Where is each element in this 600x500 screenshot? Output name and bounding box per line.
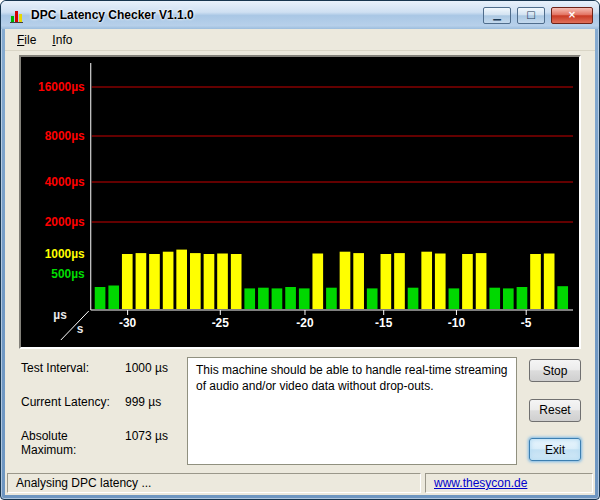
latency-bar (544, 254, 555, 310)
y-axis-label: 16000µs (38, 80, 85, 94)
latency-bar (108, 286, 119, 310)
stats-column: Test Interval: 1000 µs Current Latency: … (13, 357, 175, 465)
latency-chart: 16000µs8000µs4000µs2000µs1000µs500µsµss-… (19, 55, 581, 349)
stop-button[interactable]: Stop (529, 359, 581, 382)
latency-bar (176, 250, 187, 309)
latency-bar (449, 288, 460, 309)
status-bar: Analysing DPC latency ... www.thesycon.d… (5, 471, 595, 495)
x-axis-label: -5 (521, 316, 532, 330)
y-axis-label: 500µs (51, 267, 85, 281)
latency-bar (272, 288, 283, 309)
latency-bar (530, 254, 541, 309)
latency-bar (163, 252, 174, 309)
info-panel: Test Interval: 1000 µs Current Latency: … (13, 357, 581, 465)
test-interval-value: 1000 µs (125, 361, 168, 375)
client-area: File Info 16000µs8000µs4000µs2000µs1000µ… (5, 29, 595, 495)
test-interval-label: Test Interval: (21, 361, 125, 375)
latency-bar (136, 253, 147, 309)
reset-button[interactable]: Reset (529, 399, 581, 422)
latency-bar (258, 288, 269, 309)
latency-bar (462, 254, 473, 309)
x-axis-label: -10 (448, 316, 466, 330)
chart-plot-area: 16000µs8000µs4000µs2000µs1000µs500µsµss-… (21, 57, 579, 347)
latency-bar (421, 252, 432, 309)
latency-bar (394, 253, 405, 309)
title-bar: DPC Latency Checker V1.1.0 ▁ □ × (1, 1, 599, 29)
status-link-cell: www.thesycon.de (425, 473, 593, 493)
x-axis-label: -25 (212, 316, 230, 330)
y-axis-label: 1000µs (45, 247, 85, 261)
y-axis-label: 4000µs (45, 175, 85, 189)
latency-bar (122, 254, 133, 309)
y-axis-label: 8000µs (45, 129, 85, 143)
latency-bar (353, 253, 364, 309)
x-axis-label: -20 (296, 316, 314, 330)
latency-bar (149, 254, 160, 309)
menu-info[interactable]: Info (44, 31, 80, 49)
latency-bar (190, 253, 201, 309)
latency-bar (517, 287, 528, 309)
result-message-box: This machine should be able to handle re… (187, 357, 517, 465)
latency-bar (217, 254, 228, 310)
minimize-button[interactable]: ▁ (483, 7, 511, 24)
latency-bar (299, 288, 310, 309)
latency-bar (408, 288, 419, 309)
latency-bar (503, 288, 514, 309)
chart-canvas: 16000µs8000µs4000µs2000µs1000µs500µsµss-… (21, 57, 579, 347)
close-button[interactable]: × (551, 7, 593, 24)
menu-bar: File Info (5, 29, 595, 51)
absolute-maximum-value: 1073 µs (125, 429, 168, 457)
latency-bar (231, 254, 242, 309)
maximize-button[interactable]: □ (517, 7, 545, 24)
thesycon-link[interactable]: www.thesycon.de (434, 476, 527, 490)
y-axis-unit: µs (53, 308, 67, 322)
button-column: Stop Reset Exit (529, 357, 581, 465)
latency-bar (489, 288, 500, 309)
x-axis-label: -15 (375, 316, 393, 330)
stat-test-interval: Test Interval: 1000 µs (21, 361, 175, 375)
latency-bar (204, 254, 215, 309)
stat-current-latency: Current Latency: 999 µs (21, 395, 175, 409)
latency-bar (244, 288, 255, 309)
latency-bar (285, 287, 296, 309)
status-message-cell: Analysing DPC latency ... (7, 473, 421, 493)
latency-bar (367, 288, 378, 309)
exit-button[interactable]: Exit (529, 438, 581, 461)
app-icon (10, 8, 25, 23)
latency-bar (381, 254, 392, 309)
latency-bar (312, 254, 323, 310)
latency-bar (435, 254, 446, 310)
absolute-maximum-label: Absolute Maximum: (21, 429, 125, 457)
current-latency-label: Current Latency: (21, 395, 125, 409)
x-axis-label: -30 (119, 316, 137, 330)
latency-bar (326, 288, 337, 309)
current-latency-value: 999 µs (125, 395, 161, 409)
y-axis-label: 2000µs (45, 215, 85, 229)
x-axis-unit: s (77, 322, 84, 336)
status-text: Analysing DPC latency ... (16, 476, 151, 490)
latency-bar (95, 287, 106, 309)
menu-file[interactable]: File (9, 31, 44, 49)
app-window: DPC Latency Checker V1.1.0 ▁ □ × File In… (0, 0, 600, 500)
stat-absolute-maximum: Absolute Maximum: 1073 µs (21, 429, 175, 457)
latency-bar (340, 252, 351, 309)
latency-bar (557, 286, 568, 309)
latency-bar (476, 253, 487, 309)
window-title: DPC Latency Checker V1.1.0 (31, 8, 477, 22)
